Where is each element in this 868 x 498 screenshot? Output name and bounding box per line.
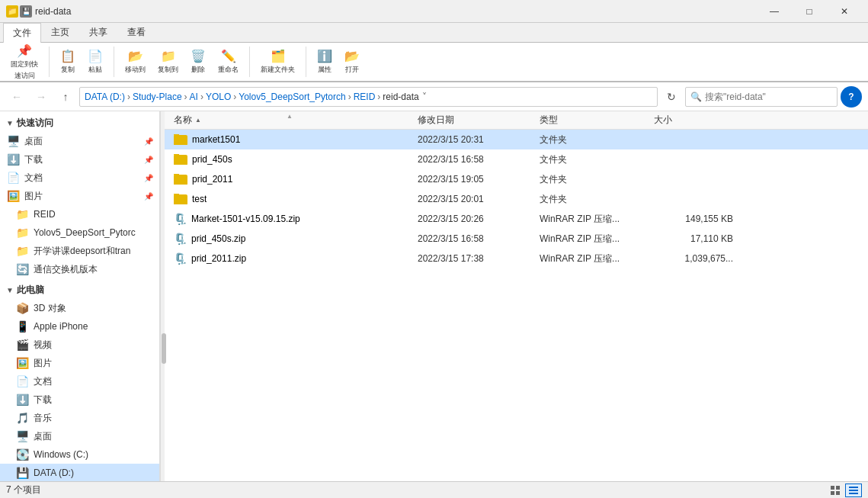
open-icon: 📂: [344, 49, 360, 63]
table-row[interactable]: market1501 2022/3/15 20:31 文件夹: [165, 130, 868, 149]
sidebar-item-drive-d[interactable]: 💾 DATA (D:): [0, 464, 159, 481]
search-icon: 🔍: [690, 92, 702, 102]
refresh-button[interactable]: ↻: [661, 86, 682, 108]
table-row[interactable]: prid_450s 2022/3/15 16:58 文件夹: [165, 149, 868, 169]
sidebar-scrollbar[interactable]: [160, 111, 165, 481]
file-name-cell: market1501: [168, 134, 412, 145]
breadcrumb-yolo[interactable]: YOLO: [206, 92, 231, 102]
quickaccess-label: 快速访问: [17, 117, 53, 130]
breadcrumb-yolov5[interactable]: Yolov5_DeepSort_Pytorch: [239, 92, 345, 102]
breadcrumb-ai[interactable]: AI: [190, 92, 198, 102]
sidebar-item-desktop[interactable]: 🖥️ 桌面: [0, 427, 159, 445]
search-box[interactable]: 🔍: [685, 87, 838, 107]
col-header-name[interactable]: 名称 ▲: [168, 111, 412, 129]
list-view-button[interactable]: [845, 484, 862, 497]
sidebar-item-docs-quick[interactable]: 📄 文档 📌: [0, 169, 159, 187]
sidebar-item-pictures-quick[interactable]: 🖼️ 图片 📌: [0, 187, 159, 205]
sidebar-item-3dobjects[interactable]: 📦 3D 对象: [0, 299, 159, 317]
thispc-chevron-icon: ▼: [6, 286, 14, 294]
help-button[interactable]: ?: [841, 86, 862, 108]
sidebar-item-pictures[interactable]: 🖼️ 图片: [0, 354, 159, 372]
table-row[interactable]: 🗜️ prid_2011.zip 2022/3/15 17:38 WinRAR …: [165, 249, 868, 268]
move-to-button[interactable]: 📂 移动到: [120, 47, 150, 76]
tab-home[interactable]: 主页: [41, 22, 79, 42]
forward-button[interactable]: →: [30, 86, 52, 108]
quickaccess-header[interactable]: ▼ 快速访问: [0, 114, 159, 132]
table-row[interactable]: prid_2011 2022/3/15 19:05 文件夹: [165, 169, 868, 189]
minimize-button[interactable]: —: [757, 0, 792, 23]
col-header-date[interactable]: 修改日期: [412, 111, 533, 129]
file-size-cell: 17,110 KB: [648, 233, 739, 244]
svg-rect-6: [849, 493, 858, 494]
breadcrumb[interactable]: DATA (D:) › Study-Place › AI › YOLO › Yo…: [79, 87, 658, 107]
file-name-text: prid_2011.zip: [191, 253, 246, 264]
breadcrumb-studyplace[interactable]: Study-Place: [133, 92, 182, 102]
back-button[interactable]: ←: [6, 86, 27, 108]
window-controls: — □ ✕: [757, 0, 862, 23]
breadcrumb-current: reid-data: [383, 92, 418, 102]
file-list-body: market1501 2022/3/15 20:31 文件夹 prid_450s…: [165, 130, 868, 481]
sidebar-item-docs[interactable]: 📄 文档: [0, 372, 159, 390]
tab-file[interactable]: 文件: [3, 23, 41, 43]
properties-button[interactable]: ℹ️ 属性: [312, 47, 337, 76]
grid-icon: [830, 485, 841, 496]
file-type-cell: WinRAR ZIP 压缩...: [533, 233, 648, 246]
copy-to-button[interactable]: 📁 复制到: [153, 47, 183, 76]
tab-share[interactable]: 共享: [79, 22, 117, 42]
thispc-header[interactable]: ▼ 此电脑: [0, 281, 159, 299]
sidebar-item-telecom[interactable]: 🔄 通信交换机版本: [0, 260, 159, 278]
search-input[interactable]: [705, 92, 832, 102]
tab-view[interactable]: 查看: [117, 22, 155, 42]
delete-button[interactable]: 🗑️ 删除: [186, 47, 210, 76]
close-button[interactable]: ✕: [827, 0, 862, 23]
rename-button[interactable]: ✏️ 重命名: [213, 47, 243, 76]
sidebar-item-iphone[interactable]: 📱 Apple iPhone: [0, 317, 159, 336]
sidebar-item-music[interactable]: 🎵 音乐: [0, 409, 159, 427]
breadcrumb-sep-1: ›: [127, 92, 130, 102]
col-size-label: 大小: [654, 114, 672, 127]
copy-button[interactable]: 📋 复制: [56, 47, 80, 76]
file-date-cell: 2022/3/15 20:01: [412, 194, 533, 204]
col-header-type[interactable]: 类型: [533, 111, 648, 129]
pin-indicator-2: 📌: [144, 156, 153, 164]
sidebar-label-pictures: 图片: [34, 357, 52, 370]
col-header-size[interactable]: 大小: [648, 111, 739, 129]
breadcrumb-dropdown[interactable]: ˅: [422, 92, 427, 102]
file-area: ▲ 名称 ▲ 修改日期 类型 大小 market1501 2022/3/15 2…: [165, 111, 868, 481]
sidebar-label-downloads: 下载: [34, 394, 52, 406]
sidebar-item-videos[interactable]: 🎬 视频: [0, 336, 159, 354]
breadcrumb-reid[interactable]: REID: [354, 92, 376, 102]
sidebar-item-downloads-quick[interactable]: ⬇️ 下载 📌: [0, 150, 159, 169]
sidebar-item-yolov5[interactable]: 📁 Yolov5_DeepSort_Pytorc: [0, 223, 159, 242]
table-row[interactable]: 🗜️ Market-1501-v15.09.15.zip 2022/3/15 2…: [165, 209, 868, 229]
separator-2: [114, 47, 114, 77]
paste-button[interactable]: 📄 粘贴: [83, 47, 107, 76]
zip-icon: 🗜️: [174, 213, 187, 225]
telecom-app-icon: 🔄: [15, 263, 29, 275]
file-name-text: test: [192, 194, 207, 204]
thispc-label: 此电脑: [17, 284, 44, 297]
file-name-text: prid_450s: [192, 154, 232, 165]
sidebar-item-deeplesson[interactable]: 📁 开学讲课deepsort和tran: [0, 242, 159, 260]
maximize-button[interactable]: □: [792, 0, 827, 23]
sidebar-item-reid[interactable]: 📁 REID: [0, 205, 159, 223]
breadcrumb-data[interactable]: DATA (D:): [85, 92, 125, 102]
grid-view-button[interactable]: [827, 484, 844, 497]
up-button[interactable]: ↑: [55, 86, 76, 108]
sidebar-scrollbar-thumb: [162, 333, 166, 364]
pin-to-quickaccess-button[interactable]: 📌 固定到快 速访问: [6, 42, 43, 82]
sidebar-item-desktop-quick[interactable]: 🖥️ 桌面 📌: [0, 132, 159, 150]
newfolder-button[interactable]: 🗂️ 新建文件夹: [256, 47, 299, 76]
desktop2-icon: 🖥️: [15, 430, 29, 442]
breadcrumb-sep-5: ›: [348, 92, 351, 102]
table-row[interactable]: 🗜️ prid_450s.zip 2022/3/15 16:58 WinRAR …: [165, 229, 868, 249]
table-row[interactable]: test 2022/3/15 20:01 文件夹: [165, 189, 868, 209]
sidebar-item-drive-c[interactable]: 💽 Windows (C:): [0, 445, 159, 464]
breadcrumb-sep-2: ›: [184, 92, 187, 102]
file-date-cell: 2022/3/15 20:31: [412, 134, 533, 145]
drive-d-icon: 💾: [15, 467, 29, 479]
open-button[interactable]: 📂 打开: [340, 47, 364, 76]
sidebar-item-downloads[interactable]: ⬇️ 下载: [0, 390, 159, 409]
rename-icon: ✏️: [221, 49, 236, 63]
svg-rect-1: [836, 486, 840, 490]
